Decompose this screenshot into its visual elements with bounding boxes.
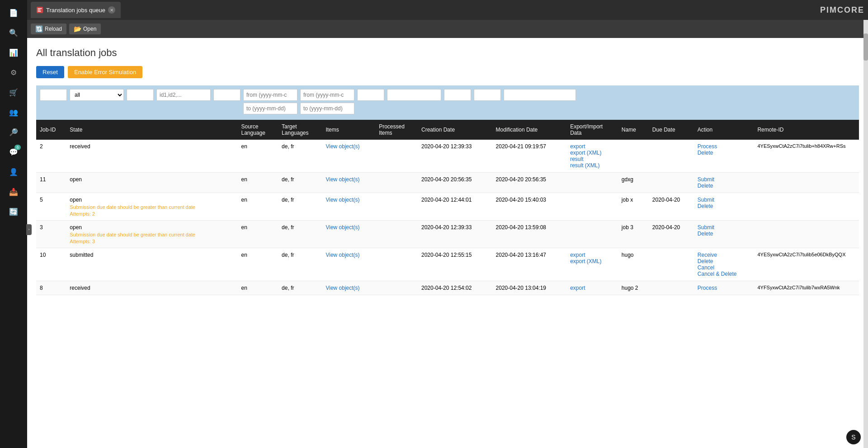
symfony-icon[interactable]: S [846, 430, 861, 444]
users-icon: 👥 [9, 108, 18, 117]
cell-remote-id: 4YFSyxwCtA2zC7i7tulib7wxRA5Wnk [754, 281, 859, 295]
source-lang-filter[interactable] [127, 89, 154, 101]
table-row: 3openSubmission due date should be great… [36, 221, 859, 248]
translation-jobs-table: Job-ID State SourceLanguage TargetLangua… [36, 120, 859, 295]
page-title: All translation jobs [36, 47, 859, 59]
person-icon: 👤 [9, 168, 18, 176]
sidebar-toggle[interactable]: › [26, 224, 32, 235]
cell-export-import [566, 173, 618, 193]
sidebar-item-documents[interactable]: 📄 [5, 4, 23, 22]
enable-error-simulation-button[interactable]: Enable Error Simulation [68, 66, 142, 78]
action-link-delete[interactable]: Delete [698, 231, 750, 237]
warning-text: Attempts: 3 [70, 239, 234, 244]
sidebar-item-person[interactable]: 👤 [5, 163, 23, 181]
export-filter[interactable] [357, 89, 384, 101]
creation-from-filter[interactable] [243, 89, 297, 101]
reload-label: Reload [45, 26, 62, 32]
action-link-submit[interactable]: Submit [698, 176, 750, 183]
scrollbar[interactable] [863, 20, 868, 448]
col-job-id: Job-ID [36, 120, 66, 140]
export-link[interactable]: export [570, 285, 614, 291]
sidebar-item-users[interactable]: 👥 [5, 103, 23, 121]
due-date-filter[interactable] [444, 89, 471, 101]
action-link-process[interactable]: Process [698, 143, 750, 150]
cell-export-import [566, 221, 618, 248]
sidebar-item-search2[interactable]: 🔎 [5, 123, 23, 141]
sidebar-item-settings[interactable]: ⚙ [5, 63, 23, 81]
cell-items: View object(s) [322, 140, 375, 173]
id-list-filter[interactable] [156, 89, 211, 101]
table-header-row: Job-ID State SourceLanguage TargetLangua… [36, 120, 859, 140]
view-objects-link[interactable]: View object(s) [326, 143, 372, 150]
export-link[interactable]: export (XML) [570, 258, 614, 264]
settings-icon: ⚙ [10, 68, 17, 77]
export-link[interactable]: export (XML) [570, 150, 614, 156]
table-row: 8receivedende, frView object(s)2020-04-2… [36, 281, 859, 295]
action-link-cancel[interactable]: Cancel [698, 264, 750, 271]
job-id-filter[interactable] [40, 89, 67, 101]
action-link-delete[interactable]: Delete [698, 150, 750, 156]
col-source-language: SourceLanguage [238, 120, 278, 140]
search-icon: 🔍 [9, 28, 18, 37]
cell-remote-id [754, 173, 859, 193]
sidebar-item-chat[interactable]: 💬 6 [5, 143, 23, 161]
tab-icon [36, 6, 43, 14]
modification-to-filter[interactable] [300, 103, 354, 114]
cell-job-id: 10 [36, 248, 66, 281]
action-filter[interactable] [474, 89, 501, 101]
view-objects-link[interactable]: View object(s) [326, 197, 372, 203]
action-bar: Reset Enable Error Simulation [36, 66, 859, 78]
action-link-submit[interactable]: Submit [698, 224, 750, 231]
cell-actions: ProcessDelete [694, 140, 754, 173]
processed-items-filter[interactable] [213, 89, 241, 101]
export-link[interactable]: export [570, 252, 614, 258]
cell-due-date: 2020-04-20 [649, 193, 694, 221]
cell-job-id: 3 [36, 221, 66, 248]
view-objects-link[interactable]: View object(s) [326, 252, 372, 258]
action-link-delete[interactable]: Delete [698, 203, 750, 209]
cell-name [618, 140, 649, 173]
open-icon: 📂 [74, 25, 81, 33]
action-link-cancel-&-delete[interactable]: Cancel & Delete [698, 271, 750, 277]
view-objects-link[interactable]: View object(s) [326, 285, 372, 291]
open-button[interactable]: 📂 Open [69, 24, 101, 34]
view-objects-link[interactable]: View object(s) [326, 224, 372, 231]
sidebar-item-import[interactable]: 📥 [5, 183, 23, 201]
sidebar-item-loop[interactable]: 🔄 [5, 203, 23, 221]
cell-target-languages: de, fr [278, 140, 322, 173]
modification-from-filter[interactable] [300, 89, 354, 101]
table-row: 11openende, frView object(s)2020-04-20 2… [36, 173, 859, 193]
export-link[interactable]: result (XML) [570, 162, 614, 169]
cell-source-language: en [238, 221, 278, 248]
sidebar-item-analytics[interactable]: 📊 [5, 43, 23, 61]
tab-close-button[interactable]: ✕ [108, 6, 115, 14]
cell-actions: SubmitDelete [694, 193, 754, 221]
action-link-delete[interactable]: Delete [698, 183, 750, 189]
action-link-submit[interactable]: Submit [698, 197, 750, 203]
col-name: Name [618, 120, 649, 140]
col-due-date: Due Date [649, 120, 694, 140]
cell-processed-items [375, 140, 418, 173]
reload-button[interactable]: 🔃 Reload [31, 24, 66, 34]
action-link-receive[interactable]: Receive [698, 252, 750, 258]
cell-modification-date: 2020-04-20 13:04:19 [492, 281, 567, 295]
scrollbar-thumb[interactable] [863, 33, 868, 61]
cell-source-language: en [238, 248, 278, 281]
export-link[interactable]: export [570, 143, 614, 150]
export-link[interactable]: result [570, 156, 614, 162]
reset-button[interactable]: Reset [36, 66, 64, 78]
reload-icon: 🔃 [35, 25, 43, 33]
translation-jobs-tab[interactable]: Translation jobs queue ✕ [31, 2, 121, 18]
action-link-process[interactable]: Process [698, 285, 750, 291]
sidebar-item-cart[interactable]: 🛒 [5, 83, 23, 101]
cell-source-language: en [238, 173, 278, 193]
state-filter[interactable]: all received open submitted [70, 89, 124, 101]
view-objects-link[interactable]: View object(s) [326, 176, 372, 183]
remote-id-filter[interactable] [504, 89, 576, 101]
sidebar-item-search[interactable]: 🔍 [5, 24, 23, 42]
filter-row-2 [40, 103, 855, 114]
cell-due-date [649, 281, 694, 295]
name-filter[interactable] [387, 89, 441, 101]
action-link-delete[interactable]: Delete [698, 258, 750, 264]
creation-to-filter[interactable] [243, 103, 297, 114]
